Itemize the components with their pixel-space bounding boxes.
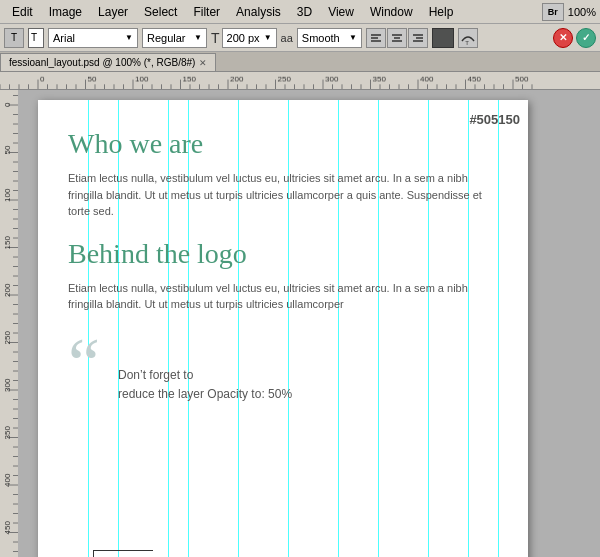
toolbar: T T Arial ▼ Regular ▼ T 200 px ▼ aa Smoo… <box>0 24 600 52</box>
section1-body: Etiam lectus nulla, vestibulum vel luctu… <box>68 170 498 220</box>
section2-title: Behind the logo <box>68 238 498 270</box>
vertical-ruler <box>0 90 18 557</box>
antialiasing-label: aa <box>281 32 293 44</box>
tip-line2: reduce the layer Opacity to: 50% <box>118 385 292 404</box>
menu-help[interactable]: Help <box>421 3 462 21</box>
warp-text-icon[interactable]: T <box>458 28 478 48</box>
align-right-button[interactable] <box>408 28 428 48</box>
document-content: Who we are Etiam lectus nulla, vestibulu… <box>38 100 528 557</box>
cancel-type-button[interactable]: ✕ <box>553 28 573 48</box>
font-style-dropdown[interactable]: Regular ▼ <box>142 28 207 48</box>
menu-window[interactable]: Window <box>362 3 421 21</box>
font-size-dropdown[interactable]: 200 px ▼ <box>222 28 277 48</box>
confirm-type-button[interactable]: ✓ <box>576 28 596 48</box>
menu-layer[interactable]: Layer <box>90 3 136 21</box>
bridge-icon[interactable]: Br <box>542 3 564 21</box>
main-area: #505150 Who we are Etiam lectus nulla, v… <box>0 90 600 557</box>
menu-edit[interactable]: Edit <box>4 3 41 21</box>
tip-line1: Don’t forget to <box>118 366 292 385</box>
menu-3d[interactable]: 3D <box>289 3 320 21</box>
tab-bar: fessioanl_layout.psd @ 100% (*, RGB/8#) … <box>0 52 600 72</box>
menu-image[interactable]: Image <box>41 3 90 21</box>
menu-select[interactable]: Select <box>136 3 185 21</box>
menu-view[interactable]: View <box>320 3 362 21</box>
align-left-button[interactable] <box>366 28 386 48</box>
align-center-button[interactable] <box>387 28 407 48</box>
svg-text:T: T <box>465 40 469 45</box>
alignment-group <box>366 28 428 48</box>
section1-title: Who we are <box>68 128 498 160</box>
document-tab[interactable]: fessioanl_layout.psd @ 100% (*, RGB/8#) … <box>0 53 216 71</box>
horizontal-ruler <box>0 72 600 90</box>
menu-analysis[interactable]: Analysis <box>228 3 289 21</box>
font-family-dropdown[interactable]: Arial ▼ <box>48 28 138 48</box>
section2-body: Etiam lectus nulla, vestibulum vel luctu… <box>68 280 498 313</box>
text-orientation-icon[interactable]: T <box>28 28 44 48</box>
font-size-big-icon: T <box>211 30 220 46</box>
document-canvas: #505150 Who we are Etiam lectus nulla, v… <box>38 100 528 557</box>
menu-bar: Edit Image Layer Select Filter Analysis … <box>0 0 600 24</box>
tab-close-icon[interactable]: ✕ <box>199 58 207 68</box>
zoom-level: 100% <box>568 6 596 18</box>
type-tool-icon[interactable]: T <box>4 28 24 48</box>
canvas-area[interactable]: #505150 Who we are Etiam lectus nulla, v… <box>18 90 600 557</box>
text-color-swatch[interactable] <box>432 28 454 48</box>
antialiasing-dropdown[interactable]: Smooth ▼ <box>297 28 362 48</box>
menu-filter[interactable]: Filter <box>185 3 228 21</box>
quote-marks: “ <box>68 336 100 394</box>
